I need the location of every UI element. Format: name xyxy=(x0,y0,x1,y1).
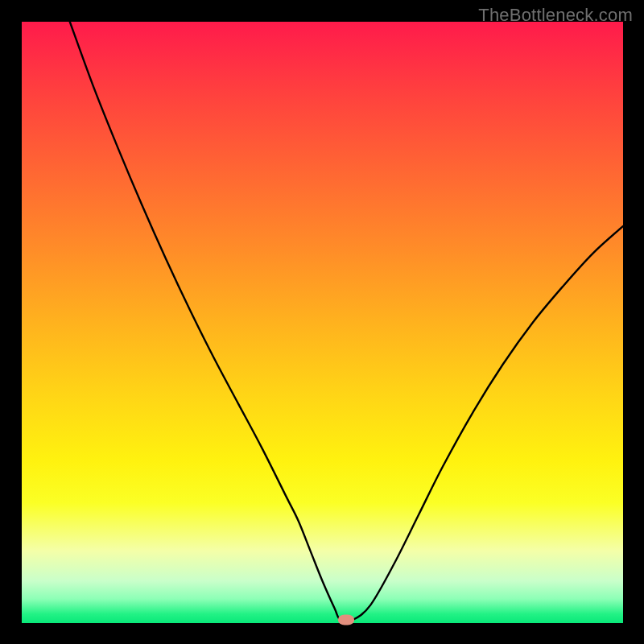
plot-area xyxy=(22,22,623,623)
bottleneck-curve xyxy=(22,22,623,623)
optimal-point-marker xyxy=(338,615,354,625)
watermark-text: TheBottleneck.com xyxy=(478,5,633,26)
chart-frame: TheBottleneck.com xyxy=(0,0,644,644)
